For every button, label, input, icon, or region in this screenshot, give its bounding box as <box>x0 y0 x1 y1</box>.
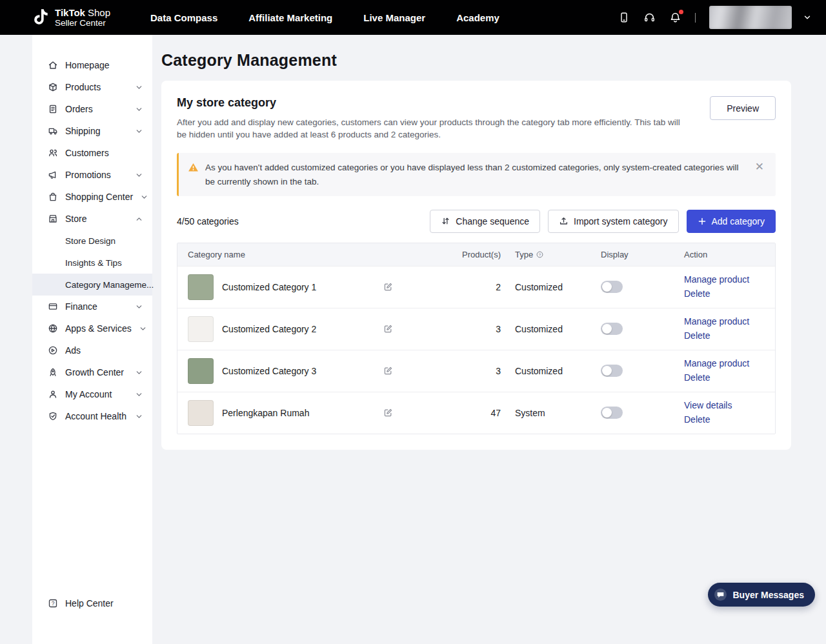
delete-link[interactable]: Delete <box>684 287 765 301</box>
import-system-category-label: Import system category <box>574 216 668 226</box>
edit-icon[interactable] <box>383 408 393 418</box>
category-name: Customized Category 1 <box>222 282 383 292</box>
sidebar-item-label: Products <box>65 82 101 92</box>
table-row: Customized Category 2 3 Customized Manag… <box>177 308 775 350</box>
sidebar-subitem-category-management[interactable]: Category Manageme... <box>32 274 152 296</box>
sidebar-item-shopping-center[interactable]: Shopping Center <box>32 186 152 208</box>
column-header-type: Type ? <box>501 250 598 259</box>
sidebar-item-products[interactable]: Products <box>32 76 152 98</box>
notifications-bell-icon[interactable] <box>669 12 681 24</box>
delete-link[interactable]: Delete <box>684 413 765 427</box>
sidebar-subitem-label: Store Design <box>65 236 116 246</box>
toggle-knob <box>602 324 612 334</box>
nav-item-affiliate-marketing[interactable]: Affiliate Marketing <box>248 12 332 23</box>
manage-product-link[interactable]: Manage product <box>684 357 765 370</box>
sidebar-item-help-center[interactable]: ? Help Center <box>32 592 152 614</box>
sidebar-subitem-insights-tips[interactable]: Insights & Tips <box>32 252 152 274</box>
sidebar-item-label: Finance <box>65 301 97 312</box>
display-toggle[interactable] <box>601 365 623 377</box>
store-front-icon <box>48 214 58 224</box>
manage-product-link[interactable]: Manage product <box>684 273 765 287</box>
category-name: Customized Category 3 <box>222 366 383 376</box>
sidebar-item-growth-center[interactable]: Growth Center <box>32 361 152 383</box>
column-header-display: Display <box>598 250 684 259</box>
mobile-app-icon[interactable] <box>618 12 630 23</box>
category-thumbnail <box>188 274 214 300</box>
account-chevron-down-icon[interactable] <box>803 13 812 22</box>
account-avatar[interactable] <box>709 6 792 29</box>
sidebar-item-orders[interactable]: Orders <box>32 98 152 120</box>
chevron-down-icon <box>135 83 143 92</box>
finance-card-icon <box>48 301 58 312</box>
delete-link[interactable]: Delete <box>684 329 765 343</box>
chevron-down-icon <box>135 105 143 114</box>
category-count: 4/50 categories <box>177 216 239 226</box>
edit-icon[interactable] <box>383 282 393 292</box>
sidebar-item-label: Homepage <box>65 60 110 70</box>
category-type: Customized <box>501 366 598 376</box>
notification-dot <box>679 10 683 14</box>
topnav-right <box>618 6 826 29</box>
buyer-messages-button[interactable]: Buyer Messages <box>708 583 815 607</box>
toggle-knob <box>602 282 612 292</box>
close-icon[interactable]: ✕ <box>752 161 767 173</box>
sidebar-item-promotions[interactable]: Promotions <box>32 164 152 186</box>
sidebar-subitem-store-design[interactable]: Store Design <box>32 230 152 252</box>
support-headset-icon[interactable] <box>643 12 656 24</box>
preview-button[interactable]: Preview <box>710 96 776 120</box>
growth-rocket-icon <box>48 367 58 377</box>
column-header-products: Product(s) <box>456 250 501 259</box>
sidebar-item-account-health[interactable]: Account Health <box>32 405 152 427</box>
display-toggle[interactable] <box>601 281 623 293</box>
sidebar-item-ads[interactable]: Ads <box>32 339 152 361</box>
sidebar-item-label: Customers <box>65 148 109 158</box>
nav-item-academy[interactable]: Academy <box>456 12 499 23</box>
nav-item-data-compass[interactable]: Data Compass <box>150 12 217 23</box>
manage-product-link[interactable]: Manage product <box>684 315 765 328</box>
ads-icon <box>48 345 58 356</box>
product-count: 3 <box>456 324 501 334</box>
toggle-knob <box>602 408 612 418</box>
category-type: System <box>501 408 598 418</box>
view-details-link[interactable]: View details <box>684 399 765 412</box>
shipping-truck-icon <box>48 126 58 136</box>
add-category-button[interactable]: Add category <box>687 210 776 233</box>
category-thumbnail <box>188 316 214 342</box>
change-sequence-button[interactable]: Change sequence <box>430 210 540 233</box>
sidebar-item-label: My Account <box>65 389 112 399</box>
warning-icon <box>188 162 199 173</box>
type-header-label: Type <box>515 250 533 259</box>
edit-icon[interactable] <box>383 324 393 334</box>
account-health-shield-icon <box>48 411 58 421</box>
sidebar-item-my-account[interactable]: My Account <box>32 383 152 405</box>
alert-text: As you haven't added customized categori… <box>205 161 741 188</box>
category-thumbnail <box>188 400 214 426</box>
home-icon <box>48 60 58 70</box>
chevron-down-icon <box>135 171 143 179</box>
product-count: 2 <box>456 282 501 292</box>
nav-item-live-manager[interactable]: Live Manager <box>363 12 425 23</box>
sidebar-item-label: Promotions <box>65 170 111 180</box>
sidebar-item-customers[interactable]: Customers <box>32 142 152 164</box>
info-icon[interactable]: ? <box>536 250 544 259</box>
sidebar-item-label: Ads <box>65 345 81 356</box>
sidebar-item-shipping[interactable]: Shipping <box>32 120 152 142</box>
sidebar-item-store[interactable]: Store <box>32 208 152 230</box>
sidebar-item-label: Growth Center <box>65 367 124 377</box>
svg-text:?: ? <box>52 600 55 607</box>
display-toggle[interactable] <box>601 323 623 335</box>
sidebar-item-label: Help Center <box>65 598 114 609</box>
topnav-divider <box>695 13 696 23</box>
top-navbar: TikTokShop Seller Center Data Compass Af… <box>0 0 826 35</box>
edit-icon[interactable] <box>383 366 393 376</box>
sidebar-item-finance[interactable]: Finance <box>32 296 152 317</box>
import-system-category-button[interactable]: Import system category <box>548 210 679 233</box>
card-description: After you add and display new categories… <box>177 116 684 141</box>
tiktok-shop-logo[interactable]: TikTokShop Seller Center <box>32 7 110 28</box>
display-toggle[interactable] <box>601 407 623 419</box>
sidebar-item-apps-services[interactable]: Apps & Services <box>32 317 152 339</box>
sidebar-item-homepage[interactable]: Homepage <box>32 54 152 76</box>
logo-brand-bold: TikTok <box>55 7 85 18</box>
delete-link[interactable]: Delete <box>684 371 765 385</box>
logo-text: TikTokShop Seller Center <box>55 7 110 28</box>
